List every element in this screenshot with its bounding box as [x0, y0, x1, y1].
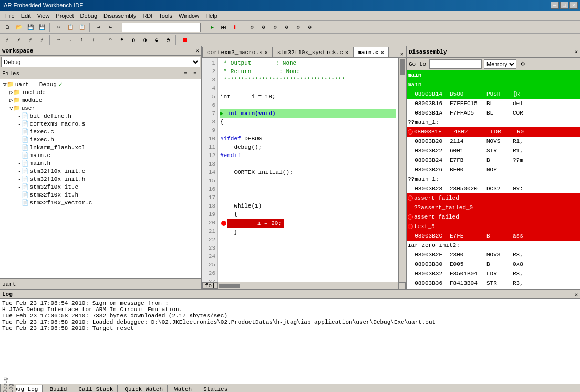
tree-item-user[interactable]: ▽ 📁 user — [1, 104, 200, 112]
menu-project[interactable]: Project — [53, 12, 77, 19]
save-all-button[interactable]: 💾 — [37, 22, 47, 33]
disasm-content[interactable]: main main 08003B14 B580 PUSH {R 08003B16… — [407, 70, 580, 289]
log-tab-statics[interactable]: Statics — [199, 385, 232, 393]
tb-btn-2[interactable]: ⚙ — [258, 22, 269, 33]
code-line-10: #ifdef DEBUG — [220, 135, 396, 143]
code-line-8: { — [220, 118, 396, 126]
tb2-btn-13[interactable]: ◒ — [151, 35, 162, 45]
find-input[interactable] — [122, 23, 201, 32]
menu-help[interactable]: Help — [202, 12, 221, 19]
menu-view[interactable]: View — [34, 12, 53, 19]
close-button[interactable]: ✕ — [569, 2, 578, 9]
tb2-btn-2[interactable]: ⚡ — [14, 35, 24, 45]
cut-button[interactable]: ✂ — [54, 22, 64, 33]
files-btn-1[interactable]: ≡ — [181, 69, 190, 78]
tree-label-module: module — [22, 97, 43, 104]
workspace-bottom-tab[interactable]: uart — [0, 278, 201, 289]
editor-scrollbar[interactable] — [398, 58, 406, 282]
debug-go-button[interactable]: ▶ — [207, 22, 218, 33]
code-area[interactable]: * Output : None * Return : None ********… — [218, 58, 398, 282]
tree-label-user: user — [22, 105, 35, 111]
tab-main-c[interactable]: main.c ✕ — [353, 47, 389, 57]
menu-edit[interactable]: Edit — [18, 12, 34, 19]
tree-item-iexec-h[interactable]: - 📄 iexec.h — [1, 136, 200, 143]
workspace-dropdown[interactable]: Debug — [1, 57, 200, 67]
tree-item-module[interactable]: ▷ 📁 module — [1, 96, 200, 104]
tree-item-cortexm3-macro[interactable]: - 📄 cortexm3_macro.s — [1, 120, 200, 128]
tree-item-stm32-init-c[interactable]: - 📄 stm32f10x_init.c — [1, 167, 200, 175]
menu-window[interactable]: Window — [175, 12, 202, 19]
tree-item-main-h[interactable]: - 📄 main.h — [1, 159, 200, 167]
workspace-close-icon[interactable]: ✕ — [195, 47, 199, 54]
tree-item-bit-define[interactable]: - 📄 bit_define.h — [1, 112, 200, 120]
open-button[interactable]: 📂 — [14, 22, 24, 33]
disasm-settings-icon[interactable]: ⚙ — [517, 59, 528, 69]
tab-cortexm3-macro-close[interactable]: ✕ — [265, 49, 268, 56]
code-line-16 — [220, 185, 396, 193]
tb2-btn-11[interactable]: ◐ — [128, 35, 139, 45]
menu-disassembly[interactable]: Disassembly — [100, 12, 139, 19]
tree-item-uart[interactable]: ▽ 📁 uart - Debug ✓ — [1, 80, 200, 88]
main-area: Workspace ✕ Debug Files ≡ ≡ ▽ 📁 uart - D… — [0, 46, 580, 289]
files-label: Files — [2, 70, 19, 77]
redo-button[interactable]: ↪ — [105, 22, 116, 33]
stop-button[interactable]: ⏹ — [180, 35, 190, 45]
debug-step-button[interactable]: ⏭ — [219, 22, 229, 33]
paste-button[interactable]: 📋 — [77, 22, 87, 33]
tb2-btn-5[interactable]: → — [54, 35, 64, 45]
goto-input[interactable] — [429, 59, 482, 69]
menu-debug[interactable]: Debug — [77, 12, 100, 19]
files-btn-2[interactable]: ≡ — [191, 69, 199, 78]
tb-btn-4[interactable]: ⚙ — [282, 22, 292, 33]
log-close-button[interactable]: ✕ — [574, 291, 578, 298]
log-tab-watch[interactable]: Watch — [170, 385, 196, 393]
new-button[interactable]: 🗋 — [2, 22, 13, 33]
tab-main-c-close[interactable]: ✕ — [381, 49, 384, 56]
tb2-btn-3[interactable]: ⚡ — [25, 35, 36, 45]
minimize-button[interactable]: ─ — [551, 2, 559, 9]
tree-item-stm32-vector-c[interactable]: - 📄 stm32f10x_vector.c — [1, 199, 200, 207]
memory-select[interactable]: Memory — [484, 59, 516, 69]
tb2-btn-7[interactable]: ↑ — [77, 35, 87, 45]
log-tab-call-stack[interactable]: Call Stack — [74, 385, 118, 393]
tb2-btn-14[interactable]: ◓ — [163, 35, 173, 45]
tb2-btn-1[interactable]: ⚡ — [2, 35, 13, 45]
log-tab-quick-watch[interactable]: Quick Watch — [120, 385, 168, 393]
tb2-btn-8[interactable]: ⬆ — [88, 35, 99, 45]
editor-tabs-close[interactable]: ✕ — [398, 50, 406, 57]
tb-btn-3[interactable]: ⚙ — [270, 22, 281, 33]
menu-file[interactable]: File — [2, 12, 18, 19]
tb2-btn-6[interactable]: ↓ — [65, 35, 76, 45]
copy-button[interactable]: 📋 — [65, 22, 76, 33]
tb-btn-5[interactable]: ⚙ — [293, 22, 304, 33]
disasm-close-icon[interactable]: ✕ — [574, 48, 578, 55]
tb2-btn-9[interactable]: ○ — [105, 35, 116, 45]
save-button[interactable]: 💾 — [25, 22, 36, 33]
code-line-11: debug(); — [220, 143, 396, 151]
menu-rdi[interactable]: RDI — [139, 12, 156, 19]
debug-break-button[interactable]: ⏸ — [230, 22, 241, 33]
tree-item-lnkarm-flash[interactable]: - 📄 lnkarm_flash.xcl — [1, 143, 200, 151]
tree-item-stm32-it-c[interactable]: - 📄 stm32f10x_it.c — [1, 183, 200, 191]
undo-button[interactable]: ↩ — [94, 22, 104, 33]
tb-btn-6[interactable]: ⚙ — [305, 22, 315, 33]
tab-stm32-systick-close[interactable]: ✕ — [345, 49, 348, 56]
editor-bottom-tab[interactable]: fo| — [202, 282, 218, 289]
tree-item-include[interactable]: ▷ 📁 include — [1, 88, 200, 96]
tab-stm32-systick[interactable]: stm32f10x_systick.c ✕ — [273, 47, 353, 57]
tb2-btn-12[interactable]: ◑ — [140, 35, 150, 45]
tree-item-main-c[interactable]: - 📄 main.c — [1, 151, 200, 159]
tree-item-stm32-it-h[interactable]: - 📄 stm32f10x_it.h — [1, 191, 200, 199]
code-line-2: * Return : None — [220, 67, 396, 76]
tb2-btn-10[interactable]: ● — [117, 35, 127, 45]
tb2-btn-4[interactable]: ⚡ — [37, 35, 47, 45]
tb-btn-1[interactable]: ⚙ — [247, 22, 257, 33]
tree-item-stm32-init-h[interactable]: - 📄 stm32f10x_init.h — [1, 175, 200, 183]
log-tab-build[interactable]: Build — [45, 385, 71, 393]
editor-hscroll[interactable] — [218, 282, 398, 290]
tab-cortexm3-macro[interactable]: cortexm3_macro.s ✕ — [202, 47, 273, 57]
menu-tools[interactable]: Tools — [156, 12, 175, 19]
separator6 — [49, 35, 51, 45]
tree-item-iexec-c[interactable]: - 📄 iexec.c — [1, 128, 200, 136]
maximize-button[interactable]: □ — [560, 2, 568, 9]
